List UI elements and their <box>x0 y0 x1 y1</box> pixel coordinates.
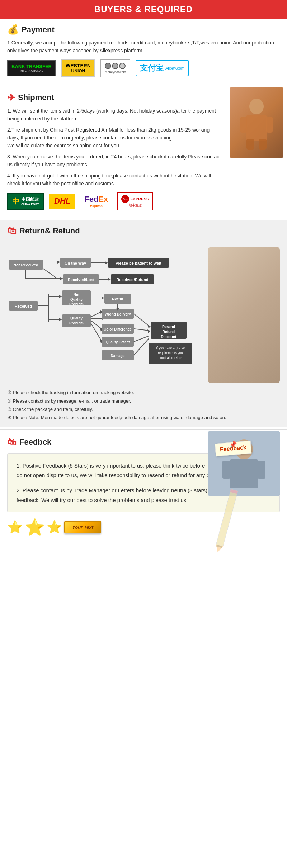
svg-rect-80 <box>222 461 230 479</box>
feedback-photo: 📌 Feedback <box>208 431 280 496</box>
svg-rect-1 <box>246 115 267 141</box>
svg-marker-66 <box>147 329 150 333</box>
svg-text:Not fit: Not fit <box>112 297 123 301</box>
star-icon-2: ⭐ <box>25 518 45 537</box>
return-note-2: ② Please contact us by meesage, e-mail, … <box>7 397 280 405</box>
svg-text:Wrong Delivery: Wrong Delivery <box>104 312 131 316</box>
badge-area: ⭐ ⭐ ⭐ Your Text <box>7 518 280 546</box>
bank-transfer-logo: BANK TRANSFER INTERNATIONAL <box>7 60 56 76</box>
star-badge: ⭐ ⭐ ⭐ Your Text <box>7 518 280 537</box>
feedback-icon: 🛍 <box>7 437 17 448</box>
svg-marker-9 <box>57 261 60 264</box>
svg-rect-5 <box>259 139 267 150</box>
svg-point-0 <box>249 99 264 114</box>
sf-express-logo: SF EXPRESS 顺丰速运 <box>117 192 153 210</box>
payment-icon: 💰 <box>7 24 19 35</box>
bank-logo-sub: INTERNATIONAL <box>11 69 52 73</box>
return-note-4: ④ Please Note: Men made defects are not … <box>7 413 280 422</box>
shipment-text3: 3. When you receive the items you ordere… <box>7 153 222 169</box>
svg-text:Resend: Resend <box>162 325 175 329</box>
divider-2 <box>0 218 287 218</box>
svg-text:Quality Defect: Quality Defect <box>105 340 130 344</box>
svg-marker-23 <box>108 278 111 281</box>
svg-marker-31 <box>59 295 62 298</box>
svg-marker-13 <box>105 261 108 264</box>
western-union-logo: WESTERN UNION <box>61 59 95 77</box>
refund-person-image <box>208 247 280 383</box>
page-header: BUYERS & REQUIRED <box>0 0 287 19</box>
divider-1 <box>0 85 287 85</box>
moneybookers-logo: moneybookers <box>100 59 130 77</box>
svg-text:Not Received: Not Received <box>13 263 38 267</box>
svg-text:Quality: Quality <box>70 298 83 302</box>
svg-text:Problem: Problem <box>69 302 84 306</box>
feedback-image-area: 📌 Feedback <box>208 431 280 496</box>
svg-text:Problem: Problem <box>69 321 84 325</box>
svg-text:Color Difference: Color Difference <box>104 327 132 331</box>
return-note-1: ① Please check the tracking in formation… <box>7 388 280 397</box>
svg-text:Please be patient to wait: Please be patient to wait <box>116 261 161 265</box>
refund-content-area: Not Received On the Way Please be patien… <box>7 240 280 422</box>
svg-line-16 <box>43 269 57 279</box>
svg-text:Discount: Discount <box>161 335 177 339</box>
svg-text:Damage: Damage <box>111 354 125 358</box>
svg-marker-65 <box>148 325 151 328</box>
feedback-section: 🛍 Feedbck 📌 Feedback 1. Positive Feedbac… <box>0 431 287 552</box>
svg-text:Received/Lost: Received/Lost <box>68 278 95 282</box>
divider-3 <box>0 429 287 430</box>
return-notes: ① Please check the tracking in formation… <box>7 388 280 422</box>
svg-line-51 <box>91 323 102 341</box>
svg-line-45 <box>91 312 102 317</box>
svg-rect-81 <box>258 461 265 479</box>
star-icon-3: ⭐ <box>47 520 62 535</box>
svg-text:Received/Refund: Received/Refund <box>116 278 148 282</box>
svg-rect-3 <box>266 117 273 133</box>
svg-text:On the Way: On the Way <box>65 261 86 265</box>
chinapost-logo: 中 中国邮政 CHINA POST <box>7 193 44 210</box>
alipay-logo: 支付宝 Alipay.com <box>136 60 189 76</box>
refund-title: 🛍 Return& Refund <box>7 225 280 236</box>
refund-section: 🛍 Return& Refund Not Received On the Way <box>0 220 287 427</box>
svg-text:requirements you: requirements you <box>158 351 183 355</box>
svg-marker-37 <box>102 297 104 299</box>
svg-rect-4 <box>246 139 254 150</box>
svg-text:Not: Not <box>74 293 80 297</box>
svg-rect-2 <box>240 117 247 133</box>
your-text-badge: Your Text <box>64 521 101 533</box>
svg-rect-79 <box>230 459 258 488</box>
svg-line-61 <box>134 314 149 326</box>
shipment-text1: 1. We will sent the items within 2-5days… <box>7 107 222 123</box>
refund-icon: 🛍 <box>7 225 17 236</box>
shipment-section: ✈ Shipment 1. We will sent the items wit… <box>0 87 287 216</box>
svg-line-62 <box>134 329 149 331</box>
payment-logos: BANK TRANSFER INTERNATIONAL WESTERN UNIO… <box>7 59 280 77</box>
header-title: BUYERS & REQUIRED <box>94 4 193 14</box>
svg-text:Received: Received <box>15 304 32 308</box>
svg-marker-41 <box>59 318 62 321</box>
svg-text:If you have any else: If you have any else <box>156 346 185 350</box>
svg-marker-19 <box>60 277 63 280</box>
svg-text:Refund: Refund <box>163 330 175 334</box>
shipping-logos: 中 中国邮政 CHINA POST DHL FedExExpress SF EX… <box>7 192 280 210</box>
payment-title: 💰 Payment <box>7 24 280 35</box>
shipment-icon: ✈ <box>7 92 15 103</box>
bank-logo-main: BANK TRANSFER <box>11 64 52 70</box>
payment-text: 1.Generally, we accept the following pay… <box>7 39 280 55</box>
svg-line-49 <box>91 321 102 329</box>
payment-section: 💰 Payment 1.Generally, we accept the fol… <box>0 19 287 83</box>
shipment-person-image <box>230 87 283 158</box>
return-note-3: ③ Check the package and Item, carefully. <box>7 405 280 413</box>
dhl-logo: DHL <box>49 194 75 209</box>
shipment-text2: 2.The shipment by China Post Registered … <box>7 126 222 150</box>
flowchart-svg: Not Received On the Way Please be patien… <box>7 240 208 383</box>
fedex-logo: FedExExpress <box>81 192 112 210</box>
shipment-text4: 4. If you have not got it within the shi… <box>7 172 222 188</box>
svg-text:could also tell us: could also tell us <box>159 356 183 360</box>
star-icon: ⭐ <box>7 520 23 535</box>
svg-text:Quality: Quality <box>70 316 83 320</box>
pin-icon: 📌 <box>229 440 237 449</box>
